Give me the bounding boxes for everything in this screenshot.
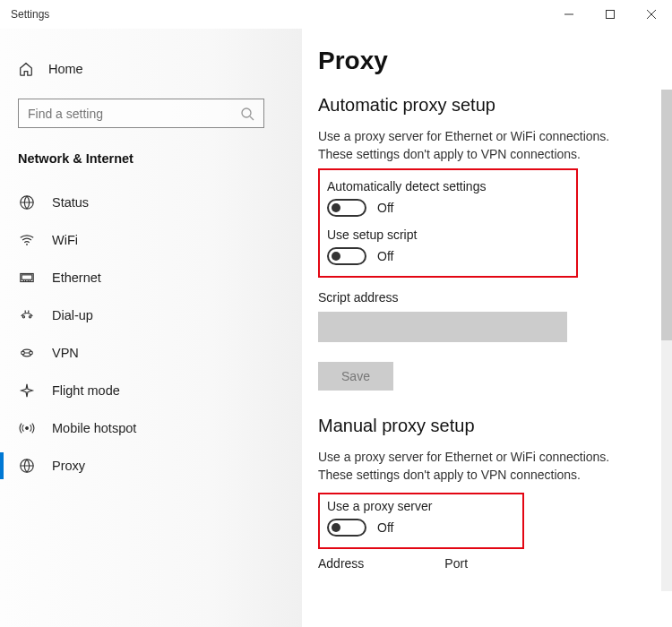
script-address-input[interactable] <box>318 312 567 342</box>
use-proxy-state: Off <box>377 520 393 535</box>
window-titlebar: Settings <box>0 0 672 29</box>
sidebar-home-label: Home <box>48 62 83 76</box>
auto-proxy-highlight-box: Automatically detect settings Off Use se… <box>318 168 578 278</box>
airplane-icon <box>18 382 36 399</box>
sidebar-item-vpn[interactable]: VPN <box>9 334 302 372</box>
sidebar-item-label: Flight mode <box>52 383 120 398</box>
svg-point-14 <box>22 316 24 318</box>
sidebar-item-label: Ethernet <box>52 271 101 285</box>
home-icon <box>18 61 34 77</box>
auto-proxy-heading: Automatic proxy setup <box>318 95 645 116</box>
search-input[interactable] <box>28 107 240 121</box>
search-icon <box>240 107 254 121</box>
maximize-button[interactable] <box>590 1 631 28</box>
svg-point-20 <box>26 427 29 430</box>
page-title: Proxy <box>318 47 645 75</box>
use-proxy-toggle[interactable] <box>327 519 366 537</box>
sidebar-item-dialup[interactable]: Dial-up <box>9 296 302 334</box>
svg-line-5 <box>250 116 254 120</box>
window-controls <box>548 1 672 28</box>
globe-icon <box>18 458 36 474</box>
sidebar-group-heading: Network & Internet <box>18 151 302 166</box>
scrollbar-thumb[interactable] <box>661 90 672 340</box>
sidebar-item-label: WiFi <box>52 233 78 247</box>
svg-point-15 <box>29 316 30 318</box>
svg-point-4 <box>242 108 251 117</box>
svg-rect-9 <box>22 275 32 279</box>
manual-proxy-heading: Manual proxy setup <box>318 416 645 436</box>
svg-point-18 <box>22 351 25 355</box>
sidebar-item-label: Proxy <box>52 459 85 473</box>
auto-proxy-description: Use a proxy server for Ethernet or WiFi … <box>318 128 645 163</box>
port-label: Port <box>444 556 468 571</box>
sidebar-item-status[interactable]: Status <box>9 184 302 221</box>
manual-proxy-description: Use a proxy server for Ethernet or WiFi … <box>318 449 645 484</box>
script-address-label: Script address <box>318 290 645 305</box>
address-label: Address <box>318 556 364 571</box>
window-title: Settings <box>11 8 548 21</box>
auto-detect-state: Off <box>377 201 393 215</box>
wifi-icon <box>18 232 36 248</box>
sidebar-item-flight-mode[interactable]: Flight mode <box>9 372 302 409</box>
svg-point-7 <box>26 244 28 245</box>
sidebar-item-wifi[interactable]: WiFi <box>9 221 302 259</box>
close-button[interactable] <box>631 1 672 28</box>
hotspot-icon <box>18 420 36 436</box>
dialup-icon <box>18 307 36 323</box>
search-input-container[interactable] <box>18 99 264 128</box>
auto-detect-label: Automatically detect settings <box>327 179 565 193</box>
use-proxy-label: Use a proxy server <box>327 499 512 513</box>
svg-rect-1 <box>607 11 615 19</box>
svg-point-19 <box>30 351 33 355</box>
sidebar-home[interactable]: Home <box>9 56 302 82</box>
sidebar-item-proxy[interactable]: Proxy <box>9 447 302 485</box>
auto-detect-toggle[interactable] <box>327 199 366 217</box>
setup-script-label: Use setup script <box>327 228 565 242</box>
vpn-icon <box>18 345 36 361</box>
save-button[interactable]: Save <box>318 362 393 391</box>
setup-script-toggle[interactable] <box>327 247 366 265</box>
minimize-button[interactable] <box>548 1 590 28</box>
sidebar-item-label: VPN <box>52 346 79 360</box>
sidebar-nav-list: Status WiFi Ethernet Dial-up <box>9 184 302 485</box>
status-icon <box>18 194 36 210</box>
setup-script-state: Off <box>377 249 393 263</box>
sidebar: Home Network & Internet Status WiFi <box>0 29 302 627</box>
sidebar-item-ethernet[interactable]: Ethernet <box>9 259 302 296</box>
content-pane: Proxy Automatic proxy setup Use a proxy … <box>302 29 672 627</box>
sidebar-item-hotspot[interactable]: Mobile hotspot <box>9 409 302 447</box>
sidebar-item-label: Dial-up <box>52 308 93 322</box>
sidebar-item-label: Mobile hotspot <box>52 421 136 435</box>
sidebar-item-label: Status <box>52 195 89 210</box>
manual-proxy-highlight-box: Use a proxy server Off <box>318 493 524 549</box>
ethernet-icon <box>18 270 36 286</box>
